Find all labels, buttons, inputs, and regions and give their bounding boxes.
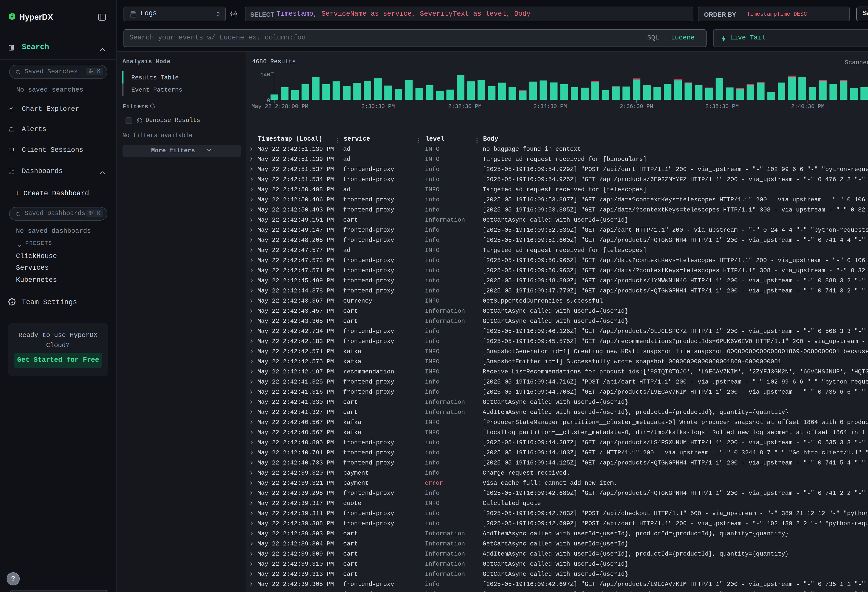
svg-text:140: 140 — [260, 72, 270, 78]
svg-text:2:30:30 PM: 2:30:30 PM — [362, 103, 395, 110]
svg-text:0: 0 — [267, 97, 270, 104]
svg-text:2:36:30 PM: 2:36:30 PM — [620, 103, 653, 110]
svg-text:2:40:30 PM: 2:40:30 PM — [791, 103, 824, 110]
svg-text:2:32:30 PM: 2:32:30 PM — [448, 103, 481, 110]
svg-text:2:34:30 PM: 2:34:30 PM — [533, 103, 567, 110]
svg-text:2:38:30 PM: 2:38:30 PM — [705, 103, 739, 110]
svg-text:May 22 2:28:00 PM: May 22 2:28:00 PM — [251, 103, 308, 110]
